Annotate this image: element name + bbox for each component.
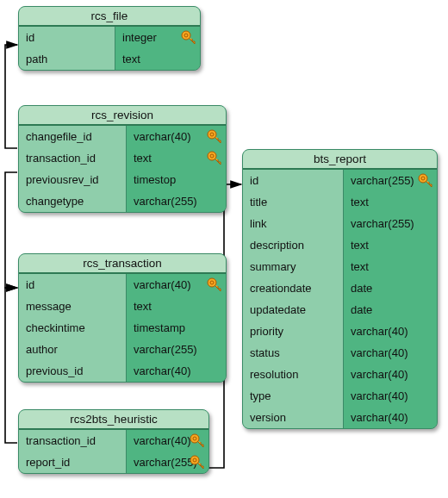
table-title: rcs_revision: [19, 106, 226, 126]
column-name: type: [243, 385, 344, 407]
table-row: resolution varchar(40): [243, 364, 437, 385]
column-name: previousrev_id: [19, 169, 127, 190]
column-name: link: [243, 213, 344, 234]
column-type: varchar(40): [127, 430, 208, 451]
table-row: changefile_id varchar(40): [19, 126, 226, 147]
table-title: rcs_transaction: [19, 254, 226, 274]
column-type: varchar(40): [127, 360, 226, 382]
column-type: varchar(40): [127, 126, 226, 147]
key-icon: [207, 151, 222, 166]
column-type: text: [115, 48, 200, 70]
column-type: text: [127, 296, 226, 317]
column-name: status: [243, 342, 344, 364]
column-name: transaction_id: [19, 147, 127, 169]
column-name: title: [243, 191, 344, 213]
column-name: path: [19, 48, 115, 70]
table-row: id varchar(255): [243, 170, 437, 191]
table-row: creationdate date: [243, 277, 437, 299]
table-title: bts_report: [243, 150, 437, 170]
key-icon: [190, 433, 205, 449]
table-row: description text: [243, 234, 437, 256]
column-type: varchar(40): [344, 342, 437, 364]
table-row: transaction_id text: [19, 147, 226, 169]
column-name: version: [243, 407, 344, 428]
table-row: path text: [19, 48, 200, 70]
table-row: updatedate date: [243, 299, 437, 321]
column-name: creationdate: [243, 277, 344, 299]
column-type: varchar(255): [127, 339, 226, 360]
column-type: varchar(40): [127, 274, 226, 296]
column-name: summary: [243, 256, 344, 277]
table-rcs-file: rcs_file id integer path text: [18, 6, 201, 71]
table-row: id integer: [19, 27, 200, 48]
table-row: report_id varchar(255): [19, 451, 208, 473]
column-type: text: [344, 256, 437, 277]
table-row: priority varchar(40): [243, 321, 437, 342]
column-type: varchar(255): [127, 190, 226, 212]
column-type: varchar(40): [344, 407, 437, 428]
column-name: report_id: [19, 451, 127, 473]
table-row: summary text: [243, 256, 437, 277]
table-row: status varchar(40): [243, 342, 437, 364]
key-icon: [418, 173, 433, 189]
column-name: id: [19, 27, 115, 48]
column-type: date: [344, 299, 437, 321]
table-rcs-revision: rcs_revision changefile_id varchar(40) t…: [18, 105, 227, 213]
table-row: version varchar(40): [243, 407, 437, 428]
table-rcs2bts-heuristic: rcs2bts_heuristic transaction_id varchar…: [18, 409, 209, 474]
table-row: id varchar(40): [19, 274, 226, 296]
table-row: author varchar(255): [19, 339, 226, 360]
column-name: message: [19, 296, 127, 317]
column-name: id: [19, 274, 127, 296]
column-type: varchar(40): [344, 321, 437, 342]
table-row: link varchar(255): [243, 213, 437, 234]
key-icon: [181, 30, 196, 46]
key-icon: [190, 455, 205, 470]
column-type: integer: [115, 27, 200, 48]
column-type: varchar(255): [127, 451, 208, 473]
column-type: varchar(255): [344, 213, 437, 234]
table-title: rcs2bts_heuristic: [19, 410, 208, 430]
column-name: description: [243, 234, 344, 256]
table-row: changetype varchar(255): [19, 190, 226, 212]
column-name: author: [19, 339, 127, 360]
column-type: varchar(255): [344, 170, 437, 191]
column-type: date: [344, 277, 437, 299]
column-type: text: [344, 234, 437, 256]
column-name: resolution: [243, 364, 344, 385]
column-name: checkintime: [19, 317, 127, 339]
table-row: previous_id varchar(40): [19, 360, 226, 382]
table-rcs-transaction: rcs_transaction id varchar(40) message t…: [18, 253, 227, 383]
column-type: text: [344, 191, 437, 213]
column-name: transaction_id: [19, 430, 127, 451]
table-row: title text: [243, 191, 437, 213]
column-type: timestop: [127, 169, 226, 190]
column-type: varchar(40): [344, 364, 437, 385]
column-name: updatedate: [243, 299, 344, 321]
key-icon: [207, 277, 222, 293]
table-row: type varchar(40): [243, 385, 437, 407]
column-name: changetype: [19, 190, 127, 212]
table-row: checkintime timestamp: [19, 317, 226, 339]
column-name: changefile_id: [19, 126, 127, 147]
table-row: transaction_id varchar(40): [19, 430, 208, 451]
table-row: message text: [19, 296, 226, 317]
table-bts-report: bts_report id varchar(255) title text li…: [242, 149, 438, 429]
column-name: previous_id: [19, 360, 127, 382]
table-title: rcs_file: [19, 7, 200, 27]
column-name: priority: [243, 321, 344, 342]
table-row: previousrev_id timestop: [19, 169, 226, 190]
column-name: id: [243, 170, 344, 191]
column-type: timestamp: [127, 317, 226, 339]
key-icon: [207, 129, 222, 145]
column-type: text: [127, 147, 226, 169]
column-type: varchar(40): [344, 385, 437, 407]
